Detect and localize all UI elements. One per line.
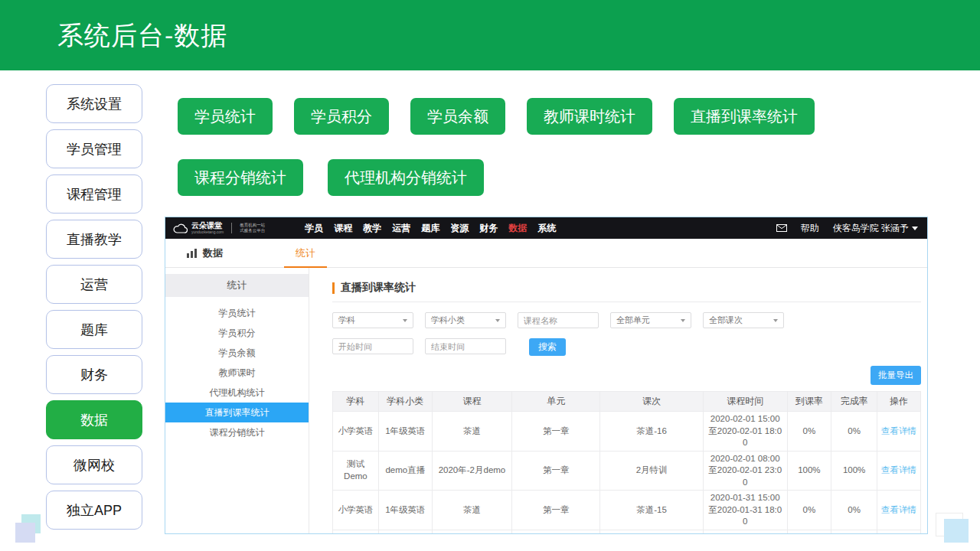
cell-completion: 0%: [831, 412, 877, 452]
col-completion-rate: 完成率: [831, 392, 877, 412]
admin-topnav: 云朵课堂 yunduoketang.com 教育机构一站 式服务云平台 学员 课…: [165, 217, 927, 239]
panel-divider: [332, 302, 921, 302]
sidebar-item-data[interactable]: 数据: [46, 400, 142, 439]
chevron-down-icon: [912, 227, 918, 230]
feature-row-1: 学员统计 学员积分 学员余额 教师课时统计 直播到课率统计: [178, 98, 815, 135]
subject-select[interactable]: 学科: [332, 312, 413, 328]
topmenu-system[interactable]: 系统: [537, 222, 556, 235]
feature-course-distribution-button[interactable]: 课程分销统计: [178, 159, 303, 196]
cell-course-time: 2020-01-31 09:00至2020-01-31 18:00: [703, 530, 787, 534]
sidebar: 系统设置 学员管理 课程管理 直播教学 运营 题库 财务 数据 微网校 独立AP…: [46, 84, 142, 536]
sidebar-item-course-mgmt[interactable]: 课程管理: [46, 174, 142, 214]
view-details-link[interactable]: 查看详情: [881, 426, 916, 435]
unit-select-value: 全部单元: [616, 315, 650, 326]
topmenu-teaching[interactable]: 教学: [363, 222, 381, 235]
page: 系统后台-数据 系统设置 学员管理 课程管理 直播教学 运营 题库 财务 数据 …: [0, 0, 980, 551]
view-details-link[interactable]: 查看详情: [881, 505, 916, 514]
help-link[interactable]: 帮助: [801, 222, 819, 235]
bar-chart-icon: [187, 249, 198, 258]
account-menu[interactable]: 侠客岛学院 张涵予: [833, 222, 918, 235]
export-row: 批量导出: [332, 366, 921, 385]
banner: 系统后台-数据: [0, 0, 980, 70]
cell-lesson: 2月特训: [600, 451, 703, 491]
cell-subject: 小学英语: [333, 491, 379, 530]
tagline-line1: 教育机构一站: [240, 223, 265, 227]
menu-agency-stats[interactable]: 代理机构统计: [165, 383, 309, 403]
chevron-down-icon: [495, 319, 500, 322]
cell-subject: 小学英语: [333, 530, 379, 534]
view-details-link[interactable]: 查看详情: [881, 465, 916, 474]
logo-name: 云朵课堂: [191, 222, 224, 230]
col-subcategory: 学科小类: [378, 392, 432, 412]
course-name-input[interactable]: [518, 312, 599, 328]
sidebar-item-standalone-app[interactable]: 独立APP: [46, 491, 142, 530]
topmenu-question-bank[interactable]: 题库: [421, 222, 439, 235]
cell-attendance: 100%: [787, 451, 831, 491]
menu-attendance-rate[interactable]: 直播到课率统计: [165, 403, 309, 422]
menu-student-balance[interactable]: 学员余额: [165, 343, 309, 363]
cell-subcategory: 1年级英语: [378, 530, 432, 534]
cell-completion: 0%: [831, 530, 877, 534]
sidebar-item-finance[interactable]: 财务: [46, 355, 142, 394]
cloud-logo-icon: [173, 223, 188, 233]
cell-actions: 查看详情: [877, 451, 921, 491]
subnav-section-label: 数据: [203, 246, 223, 260]
feature-student-balance-button[interactable]: 学员余额: [410, 98, 505, 135]
feature-agency-distribution-button[interactable]: 代理机构分销统计: [328, 159, 484, 196]
logo[interactable]: 云朵课堂 yunduoketang.com 教育机构一站 式服务云平台: [173, 222, 265, 234]
cell-course: 寒假辅导: [432, 530, 511, 534]
menu-student-stats[interactable]: 学员统计: [165, 303, 309, 323]
col-actions: 操作: [877, 392, 921, 412]
feature-student-stats-button[interactable]: 学员统计: [178, 98, 273, 135]
table-row: 小学英语 1年级英语 茶道 第一章 茶道-16 2020-02-01 15:00…: [333, 412, 921, 452]
topmenu-finance[interactable]: 财务: [479, 222, 498, 235]
tab-statistics[interactable]: 统计: [282, 239, 329, 268]
cell-actions: 查看详情: [877, 491, 921, 530]
cell-subcategory: 1年级英语: [378, 491, 432, 530]
subnav-section: 数据: [165, 246, 223, 260]
mail-icon[interactable]: [776, 224, 787, 232]
subcategory-select-value: 学科小类: [431, 315, 465, 326]
cell-course-time: 2020-02-01 08:00至2020-02-01 23:00: [703, 451, 787, 491]
cell-actions: 查看详情: [877, 412, 921, 452]
attendance-panel: 直播到课率统计 学科 学科小类 全部单元: [309, 268, 927, 533]
topmenu-data[interactable]: 数据: [508, 222, 527, 235]
search-button[interactable]: 搜索: [529, 338, 566, 356]
cell-course: 茶道: [432, 491, 511, 530]
topmenu-students[interactable]: 学员: [305, 222, 323, 235]
topmenu-operations[interactable]: 运营: [392, 222, 410, 235]
tab-statistics-label: 统计: [296, 247, 315, 259]
stats-side-menu: 统计 学员统计 学员积分 学员余额 教师课时 代理机构统计 直播到课率统计 课程…: [165, 268, 309, 533]
end-time-input[interactable]: [425, 338, 506, 354]
chevron-down-icon: [773, 319, 778, 322]
cell-completion: 100%: [831, 451, 877, 491]
tagline-line2: 式服务云平台: [240, 228, 265, 233]
subcategory-select[interactable]: 学科小类: [425, 312, 506, 328]
unit-select[interactable]: 全部单元: [610, 312, 691, 328]
page-title: 系统后台-数据: [0, 0, 980, 70]
cell-lesson: 茶道-16: [600, 412, 703, 452]
sidebar-item-question-bank[interactable]: 题库: [46, 310, 142, 349]
feature-teacher-hours-button[interactable]: 教师课时统计: [527, 98, 652, 135]
menu-student-points[interactable]: 学员积分: [165, 323, 309, 343]
sidebar-item-live-teaching[interactable]: 直播教学: [46, 220, 142, 259]
sidebar-item-micro-school[interactable]: 微网校: [46, 445, 142, 484]
cell-course-time: 2020-01-31 15:00至2020-01-31 18:00: [703, 491, 787, 530]
feature-attendance-rate-button[interactable]: 直播到课率统计: [674, 98, 815, 135]
menu-course-distribution[interactable]: 课程分销统计: [165, 422, 309, 442]
menu-teacher-hours[interactable]: 教师课时: [165, 363, 309, 383]
sidebar-item-student-mgmt[interactable]: 学员管理: [46, 129, 142, 168]
batch-export-button[interactable]: 批量导出: [871, 366, 921, 385]
cell-unit: 第一章: [512, 412, 600, 452]
cell-course: 2020年-2月demo: [432, 451, 511, 491]
col-course-time: 课程时间: [703, 392, 787, 412]
cell-unit: 第一章: [512, 530, 600, 534]
sidebar-item-operations[interactable]: 运营: [46, 265, 142, 304]
subject-select-value: 学科: [338, 315, 355, 326]
sidebar-item-system-settings[interactable]: 系统设置: [46, 84, 142, 123]
topmenu-resources[interactable]: 资源: [450, 222, 469, 235]
feature-student-points-button[interactable]: 学员积分: [294, 98, 389, 135]
topmenu-courses[interactable]: 课程: [334, 222, 352, 235]
lesson-select[interactable]: 全部课次: [703, 312, 784, 328]
start-time-input[interactable]: [332, 338, 413, 354]
